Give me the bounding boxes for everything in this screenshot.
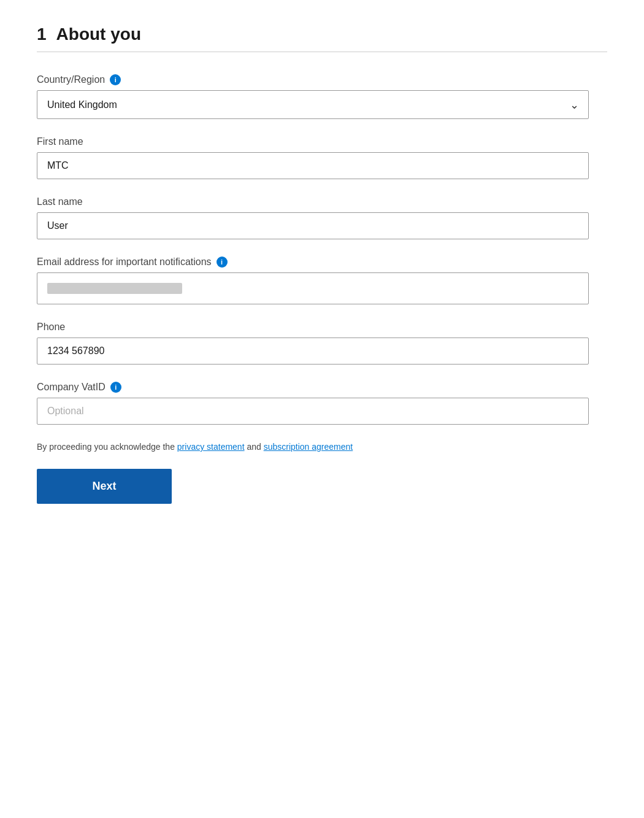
email-label: Email address for important notification…	[37, 257, 589, 268]
email-redacted-value	[47, 283, 182, 294]
country-select[interactable]: United Kingdom United States Canada Aust…	[37, 90, 589, 119]
first-name-label: First name	[37, 136, 589, 147]
legal-text-before: By proceeding you acknowledge the	[37, 442, 177, 452]
country-label-text: Country/Region	[37, 74, 105, 85]
first-name-group: First name	[37, 136, 589, 179]
vat-label-text: Company VatID	[37, 382, 105, 393]
email-field-container[interactable]	[37, 272, 589, 304]
vat-group: Company VatID i	[37, 382, 589, 425]
country-label: Country/Region i	[37, 74, 589, 85]
last-name-group: Last name	[37, 196, 589, 239]
phone-input[interactable]	[37, 338, 589, 365]
country-select-wrapper: United Kingdom United States Canada Aust…	[37, 90, 589, 119]
first-name-label-text: First name	[37, 136, 83, 147]
page-title: About you	[56, 25, 141, 44]
last-name-input[interactable]	[37, 212, 589, 239]
subscription-agreement-link[interactable]: subscription agreement	[264, 442, 353, 452]
vat-input[interactable]	[37, 398, 589, 425]
phone-label: Phone	[37, 322, 589, 333]
legal-text-middle: and	[245, 442, 264, 452]
about-you-form: Country/Region i United Kingdom United S…	[37, 74, 589, 504]
section-divider	[37, 52, 607, 52]
vat-label: Company VatID i	[37, 382, 589, 393]
privacy-statement-link[interactable]: privacy statement	[177, 442, 245, 452]
country-group: Country/Region i United Kingdom United S…	[37, 74, 589, 119]
first-name-input[interactable]	[37, 152, 589, 179]
email-info-icon[interactable]: i	[217, 257, 228, 268]
email-label-text: Email address for important notification…	[37, 257, 212, 268]
phone-group: Phone	[37, 322, 589, 365]
next-button[interactable]: Next	[37, 469, 172, 504]
country-info-icon[interactable]: i	[110, 74, 121, 85]
legal-text: By proceeding you acknowledge the privac…	[37, 442, 589, 452]
vat-info-icon[interactable]: i	[110, 382, 121, 393]
last-name-label-text: Last name	[37, 196, 83, 207]
last-name-label: Last name	[37, 196, 589, 207]
email-group: Email address for important notification…	[37, 257, 589, 304]
phone-label-text: Phone	[37, 322, 65, 333]
step-number: 1	[37, 25, 47, 44]
